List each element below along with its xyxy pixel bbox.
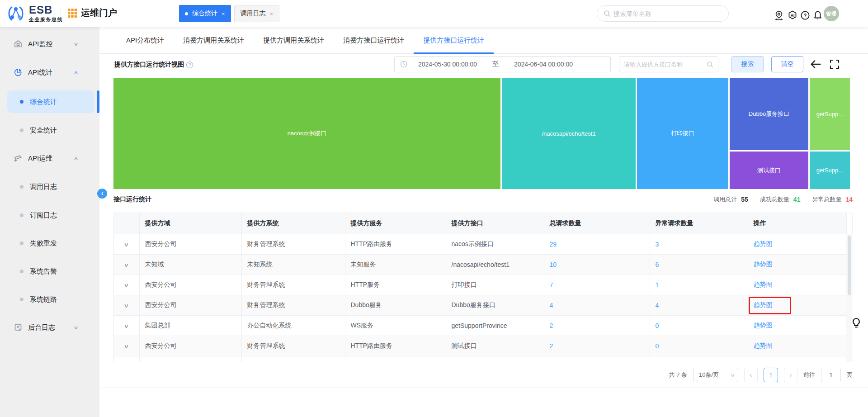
cell-domain: 西安分公司 [139, 336, 241, 356]
ai-assistant-icon[interactable]: AI [787, 10, 798, 21]
error-requests-link[interactable]: 6 [656, 261, 659, 268]
chevron-down-icon[interactable]: ∨ [124, 282, 129, 289]
trend-chart-link[interactable]: 趋势图 [754, 240, 773, 247]
date-start[interactable]: 2024-05-30 00:00:00 [418, 61, 477, 68]
treemap-block-getSupp...[interactable]: getSupp... [810, 152, 850, 189]
treemap-block-测试接口[interactable]: 测试接口 [730, 152, 808, 189]
cell-action: 趋势图 [748, 356, 846, 362]
chevron-down-icon[interactable]: ∨ [124, 242, 129, 248]
close-icon[interactable]: × [270, 10, 274, 17]
cell-system: 办公自动化系统 [241, 356, 345, 362]
trend-chart-link[interactable]: 趋势图 [754, 342, 773, 349]
sidebar-item-订阅日志[interactable]: 订阅日志 [7, 204, 94, 227]
treemap-block-getSupp...[interactable]: getSupp... [810, 78, 850, 150]
chevron-up-icon: ∧ [73, 70, 79, 76]
date-range-picker[interactable]: 2024-05-30 00:00:00 至 2024-06-04 00:00:0… [394, 56, 611, 72]
trend-chart-link[interactable]: 趋势图 [754, 261, 773, 268]
treemap-block-Dubbo服务接口[interactable]: Dubbo服务接口 [730, 78, 808, 150]
chevron-down-icon[interactable]: ∨ [124, 323, 129, 329]
sidebar-group-API监控[interactable]: API监控∨ [0, 33, 99, 55]
trend-chart-link[interactable]: 趋势图 [754, 281, 773, 288]
api-name-filter[interactable] [619, 56, 718, 72]
esb-logo[interactable]: ESB 企业服务总线 [6, 4, 63, 23]
trend-chart-link[interactable]: 趋势图 [754, 322, 773, 329]
date-end[interactable]: 2024-06-04 00:00:00 [514, 61, 573, 68]
location-pin-icon[interactable] [774, 10, 784, 21]
window-tab-调用日志[interactable]: 调用日志× [234, 5, 280, 22]
sidebar-item-系统告警[interactable]: 系统告警 [7, 260, 94, 283]
page-1-button[interactable]: 1 [764, 368, 778, 382]
fullscreen-icon[interactable] [829, 59, 840, 71]
chevron-down-icon[interactable]: ∨ [124, 262, 129, 268]
notification-bell-icon[interactable] [812, 10, 823, 21]
tab-消费方接口运行统计[interactable]: 消费方接口运行统计 [334, 27, 414, 53]
lightbulb-tips-icon[interactable] [850, 317, 862, 329]
row-expand-cell[interactable]: ∨ [114, 275, 139, 295]
tab-提供方调用关系统计[interactable]: 提供方调用关系统计 [254, 27, 334, 53]
table-scrollbar-thumb[interactable] [848, 236, 851, 295]
sidebar-item-失败重发[interactable]: 失败重发 [7, 232, 94, 255]
row-expand-cell[interactable]: ∨ [114, 315, 139, 336]
sidebar-group-API运维[interactable]: API运维∧ [0, 147, 99, 169]
tab-提供方接口运行统计[interactable]: 提供方接口运行统计 [414, 27, 494, 53]
portal-home[interactable]: 运维门户 [68, 7, 117, 19]
cell-total: 2 [544, 336, 650, 356]
total-requests-link[interactable]: 2 [550, 322, 553, 329]
total-requests-link[interactable]: 7 [550, 281, 553, 289]
active-tab-dot [185, 12, 188, 15]
sidebar-item-调用日志[interactable]: 调用日志 [7, 175, 94, 198]
close-icon[interactable]: × [222, 10, 225, 17]
total-requests-link[interactable]: 10 [550, 261, 557, 268]
treemap-block-打印接口[interactable]: 打印接口 [637, 78, 728, 189]
page-size-select[interactable]: 10条/页 ∨ [693, 368, 738, 382]
sidebar-item-安全统计[interactable]: 安全统计 [7, 119, 94, 142]
row-expand-cell[interactable]: ∨ [114, 295, 139, 315]
total-requests-link[interactable]: 29 [550, 241, 557, 248]
error-requests-link[interactable]: 0 [656, 342, 659, 350]
clear-button[interactable]: 清空 [771, 56, 803, 72]
chevron-down-icon[interactable]: ∨ [124, 303, 129, 309]
item-dot [20, 128, 24, 132]
row-expand-cell[interactable]: ∨ [114, 254, 139, 275]
prev-page-button[interactable]: ‹ [744, 368, 758, 382]
table-row: ∨集团总部办公自动化系统WS服务getSupportProvince20趋势图 [114, 315, 846, 336]
calls-label: 调用总计 [713, 195, 737, 204]
window-tab-综合统计[interactable]: 综合统计× [179, 5, 231, 22]
item-dot [20, 213, 24, 217]
column-header-提供方域: 提供方域 [139, 213, 241, 234]
menu-search-box[interactable] [597, 5, 729, 22]
table-scrollbar[interactable] [846, 234, 853, 362]
user-avatar[interactable]: 管理 [824, 6, 839, 21]
svg-text:AI: AI [791, 13, 795, 18]
logo-title: ESB [29, 5, 63, 15]
chevron-down-icon[interactable]: ∨ [124, 343, 129, 350]
treemap-block-nacos示例接口[interactable]: nacos示例接口 [113, 78, 500, 189]
view-help-icon[interactable]: ? [186, 62, 193, 68]
search-button[interactable]: 搜索 [731, 56, 764, 72]
sidebar-group-API统计[interactable]: API统计∧ [0, 62, 99, 83]
back-arrow-icon[interactable] [809, 58, 822, 72]
row-expand-cell[interactable]: ∨ [114, 356, 139, 362]
tab-消费方调用关系统计[interactable]: 消费方调用关系统计 [174, 27, 254, 53]
next-page-button[interactable]: › [784, 368, 797, 382]
sidebar-group-后台日志[interactable]: 后台日志∨ [0, 317, 99, 338]
error-requests-link[interactable]: 1 [656, 281, 659, 289]
row-expand-cell[interactable]: ∨ [114, 234, 139, 254]
goto-page-input[interactable] [821, 368, 841, 382]
cell-system: 财务管理系统 [241, 234, 345, 254]
help-icon[interactable]: ? [800, 10, 811, 21]
api-name-input[interactable] [624, 61, 707, 68]
sidebar-collapse-button[interactable]: ‹ [97, 189, 107, 199]
error-requests-link[interactable]: 4 [656, 302, 659, 309]
tab-API分布统计[interactable]: API分布统计 [117, 27, 174, 53]
total-requests-link[interactable]: 4 [550, 302, 553, 309]
sidebar-item-系统链路[interactable]: 系统链路 [7, 288, 94, 311]
error-requests-link[interactable]: 3 [656, 241, 659, 248]
table-row: ∨西安分公司财务管理系统Dubbo服务Dubbo服务接口44趋势图 [114, 295, 846, 315]
menu-search-input[interactable] [613, 10, 722, 17]
row-expand-cell[interactable]: ∨ [114, 336, 139, 356]
total-requests-link[interactable]: 2 [550, 342, 553, 350]
treemap-block-/nacosapi/echo/test1[interactable]: /nacosapi/echo/test1 [502, 78, 636, 189]
error-requests-link[interactable]: 0 [656, 322, 659, 329]
sidebar-item-综合统计[interactable]: 综合统计 [7, 90, 94, 113]
